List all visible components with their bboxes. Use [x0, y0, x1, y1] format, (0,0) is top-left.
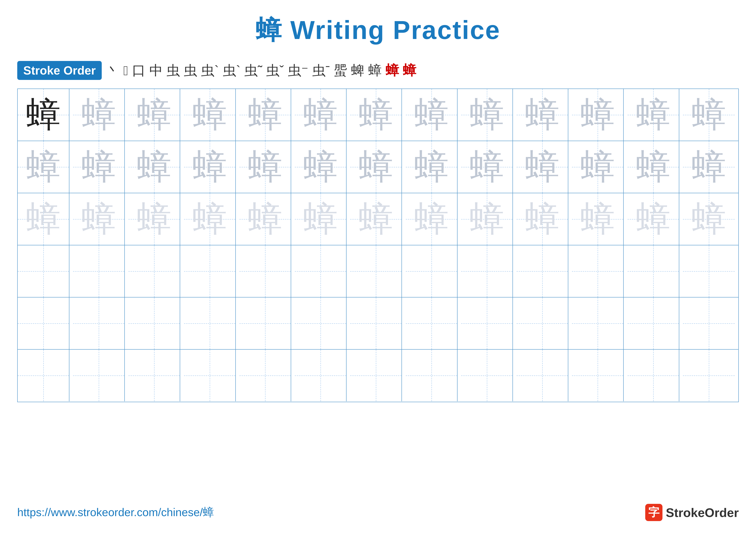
cell-1-8[interactable]: 蟑	[406, 89, 458, 141]
cell-2-3[interactable]: 蟑	[128, 141, 180, 193]
cell-6-13[interactable]	[683, 350, 735, 401]
cell-4-12[interactable]	[628, 245, 679, 297]
stroke-9: 虫˜	[244, 62, 262, 80]
cell-5-7[interactable]	[350, 297, 402, 349]
cell-5-12[interactable]	[628, 297, 679, 349]
cell-6-6[interactable]	[295, 350, 346, 401]
cell-5-5[interactable]	[239, 297, 291, 349]
cell-6-11[interactable]	[572, 350, 624, 401]
cell-6-2[interactable]	[73, 350, 125, 401]
stroke-13: 蜰	[334, 62, 347, 80]
cell-4-4[interactable]	[184, 245, 236, 297]
cell-4-7[interactable]	[350, 245, 402, 297]
char-3-9: 蟑	[470, 202, 504, 236]
cell-6-4[interactable]	[184, 350, 236, 401]
stroke-15: 蟑	[368, 62, 382, 80]
cell-1-11[interactable]: 蟑	[572, 89, 624, 141]
cell-1-3[interactable]: 蟑	[128, 89, 180, 141]
cell-6-7[interactable]	[350, 350, 402, 401]
cell-1-12[interactable]: 蟑	[628, 89, 679, 141]
cell-2-5[interactable]: 蟑	[239, 141, 291, 193]
cell-6-1[interactable]	[18, 350, 69, 401]
char-2-8: 蟑	[414, 150, 449, 184]
cell-2-6[interactable]: 蟑	[295, 141, 346, 193]
cell-3-5[interactable]: 蟑	[239, 193, 291, 245]
cell-5-1[interactable]	[18, 297, 69, 349]
stroke-5: 虫	[167, 62, 180, 80]
cell-2-11[interactable]: 蟑	[572, 141, 624, 193]
cell-5-8[interactable]	[406, 297, 458, 349]
char-1-11: 蟑	[580, 98, 615, 132]
stroke-12: 虫ˉ	[312, 62, 330, 80]
cell-5-11[interactable]	[572, 297, 624, 349]
char-3-3: 蟑	[137, 202, 171, 236]
cell-1-7[interactable]: 蟑	[350, 89, 402, 141]
cell-4-10[interactable]	[517, 245, 568, 297]
cell-2-1[interactable]: 蟑	[18, 141, 69, 193]
cell-5-6[interactable]	[295, 297, 346, 349]
cell-4-3[interactable]	[128, 245, 180, 297]
cell-3-12[interactable]: 蟑	[628, 193, 679, 245]
cell-5-9[interactable]	[461, 297, 513, 349]
cell-3-11[interactable]: 蟑	[572, 193, 624, 245]
cell-4-11[interactable]	[572, 245, 624, 297]
cell-2-12[interactable]: 蟑	[628, 141, 679, 193]
cell-1-1[interactable]: 蟑	[18, 89, 69, 141]
cell-5-3[interactable]	[128, 297, 180, 349]
cell-4-13[interactable]	[683, 245, 735, 297]
cell-3-9[interactable]: 蟑	[461, 193, 513, 245]
char-2-3: 蟑	[137, 150, 171, 184]
cell-3-6[interactable]: 蟑	[295, 193, 346, 245]
cell-2-7[interactable]: 蟑	[350, 141, 402, 193]
cell-1-2[interactable]: 蟑	[73, 89, 125, 141]
cell-3-7[interactable]: 蟑	[350, 193, 402, 245]
char-3-13: 蟑	[691, 202, 726, 236]
cell-3-13[interactable]: 蟑	[683, 193, 735, 245]
stroke-3: 口	[132, 62, 146, 80]
grid-row-6	[18, 350, 738, 402]
footer-url[interactable]: https://www.strokeorder.com/chinese/蟑	[17, 505, 214, 520]
cell-2-2[interactable]: 蟑	[73, 141, 125, 193]
stroke-sequence: 丶 𠃌 口 中 虫 虫 虫` 虫` 虫˜ 虫ˇ 虫⁻ 虫ˉ 蜰 蜱 蟑 蟑 蟑	[106, 62, 416, 80]
cell-1-9[interactable]: 蟑	[461, 89, 513, 141]
cell-6-12[interactable]	[628, 350, 679, 401]
stroke-2: 𠃌	[123, 63, 128, 78]
cell-6-8[interactable]	[406, 350, 458, 401]
cell-6-5[interactable]	[239, 350, 291, 401]
cell-4-1[interactable]	[18, 245, 69, 297]
cell-4-6[interactable]	[295, 245, 346, 297]
cell-3-2[interactable]: 蟑	[73, 193, 125, 245]
cell-5-13[interactable]	[683, 297, 735, 349]
cell-3-10[interactable]: 蟑	[517, 193, 568, 245]
cell-4-9[interactable]	[461, 245, 513, 297]
cell-3-3[interactable]: 蟑	[128, 193, 180, 245]
cell-2-9[interactable]: 蟑	[461, 141, 513, 193]
stroke-order-badge: Stroke Order	[17, 61, 102, 80]
cell-2-4[interactable]: 蟑	[184, 141, 236, 193]
cell-2-10[interactable]: 蟑	[517, 141, 568, 193]
cell-1-13[interactable]: 蟑	[683, 89, 735, 141]
cell-5-4[interactable]	[184, 297, 236, 349]
cell-2-13[interactable]: 蟑	[683, 141, 735, 193]
cell-6-3[interactable]	[128, 350, 180, 401]
cell-3-1[interactable]: 蟑	[18, 193, 69, 245]
cell-1-6[interactable]: 蟑	[295, 89, 346, 141]
page-container: 蟑 Writing Practice Stroke Order 丶 𠃌 口 中 …	[0, 0, 756, 534]
cell-6-10[interactable]	[517, 350, 568, 401]
char-2-13: 蟑	[691, 150, 726, 184]
char-2-1: 蟑	[26, 150, 61, 184]
char-1-1: 蟑	[26, 98, 61, 132]
cell-1-10[interactable]: 蟑	[517, 89, 568, 141]
cell-3-8[interactable]: 蟑	[406, 193, 458, 245]
cell-6-9[interactable]	[461, 350, 513, 401]
cell-1-5[interactable]: 蟑	[239, 89, 291, 141]
cell-1-4[interactable]: 蟑	[184, 89, 236, 141]
cell-3-4[interactable]: 蟑	[184, 193, 236, 245]
cell-5-2[interactable]	[73, 297, 125, 349]
cell-4-2[interactable]	[73, 245, 125, 297]
cell-2-8[interactable]: 蟑	[406, 141, 458, 193]
cell-4-5[interactable]	[239, 245, 291, 297]
char-2-2: 蟑	[81, 150, 116, 184]
cell-4-8[interactable]	[406, 245, 458, 297]
cell-5-10[interactable]	[517, 297, 568, 349]
